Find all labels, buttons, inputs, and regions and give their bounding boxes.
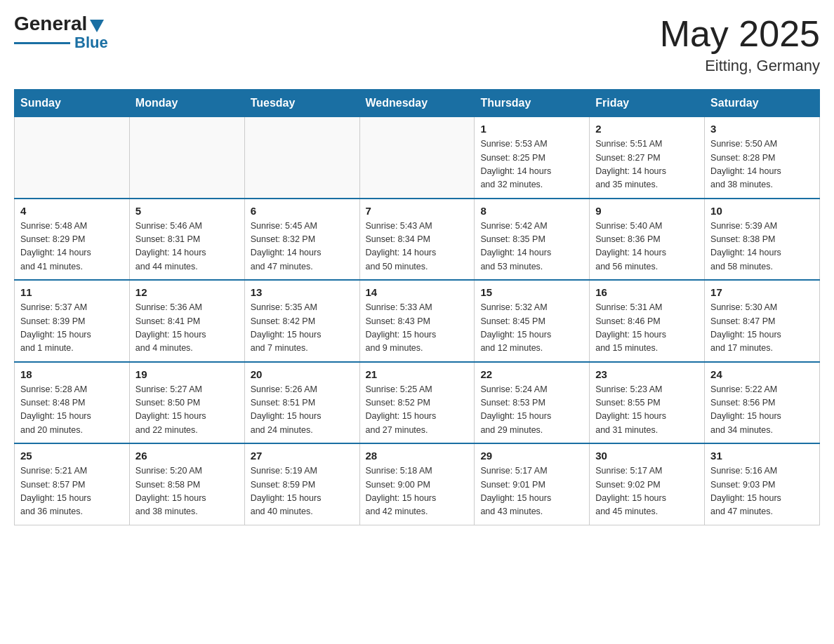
day-number: 20 xyxy=(251,368,354,380)
day-number: 29 xyxy=(480,450,583,462)
day-info: Sunrise: 5:21 AMSunset: 8:57 PMDaylight:… xyxy=(20,464,124,519)
day-number: 24 xyxy=(710,368,814,380)
day-number: 28 xyxy=(366,450,469,462)
logo-general-text: General xyxy=(14,14,87,34)
day-info: Sunrise: 5:23 AMSunset: 8:55 PMDaylight:… xyxy=(595,383,699,438)
calendar-cell: 6Sunrise: 5:45 AMSunset: 8:32 PMDaylight… xyxy=(244,199,359,281)
day-number: 15 xyxy=(480,286,583,298)
calendar-cell: 28Sunrise: 5:18 AMSunset: 9:00 PMDayligh… xyxy=(359,443,475,525)
calendar-week-row: 4Sunrise: 5:48 AMSunset: 8:29 PMDaylight… xyxy=(15,199,820,281)
day-number: 3 xyxy=(710,123,814,135)
day-info: Sunrise: 5:39 AMSunset: 8:38 PMDaylight:… xyxy=(710,220,814,274)
day-number: 25 xyxy=(20,450,124,462)
calendar-cell: 16Sunrise: 5:31 AMSunset: 8:46 PMDayligh… xyxy=(590,280,705,362)
calendar-table: Sunday Monday Tuesday Wednesday Thursday… xyxy=(14,89,820,525)
day-info: Sunrise: 5:26 AMSunset: 8:51 PMDaylight:… xyxy=(251,383,354,438)
calendar-cell: 11Sunrise: 5:37 AMSunset: 8:39 PMDayligh… xyxy=(15,280,130,362)
day-info: Sunrise: 5:33 AMSunset: 8:43 PMDaylight:… xyxy=(366,301,469,356)
logo-blue-text: Blue xyxy=(74,34,108,52)
day-number: 8 xyxy=(480,205,583,217)
calendar-cell: 26Sunrise: 5:20 AMSunset: 8:58 PMDayligh… xyxy=(129,443,244,525)
calendar-cell: 8Sunrise: 5:42 AMSunset: 8:35 PMDaylight… xyxy=(475,199,590,281)
calendar-week-row: 25Sunrise: 5:21 AMSunset: 8:57 PMDayligh… xyxy=(15,443,820,525)
day-info: Sunrise: 5:27 AMSunset: 8:50 PMDaylight:… xyxy=(135,383,239,438)
day-number: 9 xyxy=(595,205,699,217)
day-number: 30 xyxy=(595,450,699,462)
calendar-week-row: 1Sunrise: 5:53 AMSunset: 8:25 PMDaylight… xyxy=(15,117,820,199)
calendar-cell xyxy=(359,117,475,199)
day-number: 14 xyxy=(366,286,469,298)
day-info: Sunrise: 5:20 AMSunset: 8:58 PMDaylight:… xyxy=(135,464,239,519)
day-number: 19 xyxy=(135,368,239,380)
day-number: 31 xyxy=(710,450,814,462)
day-info: Sunrise: 5:28 AMSunset: 8:48 PMDaylight:… xyxy=(20,383,124,438)
page-header: General Blue May 2025 Eitting, Germany xyxy=(14,14,820,75)
day-info: Sunrise: 5:43 AMSunset: 8:34 PMDaylight:… xyxy=(366,220,469,274)
day-number: 23 xyxy=(595,368,699,380)
calendar-cell: 10Sunrise: 5:39 AMSunset: 8:38 PMDayligh… xyxy=(705,199,820,281)
day-number: 17 xyxy=(710,286,814,298)
day-info: Sunrise: 5:48 AMSunset: 8:29 PMDaylight:… xyxy=(20,220,124,274)
calendar-cell: 4Sunrise: 5:48 AMSunset: 8:29 PMDaylight… xyxy=(15,199,130,281)
calendar-cell: 25Sunrise: 5:21 AMSunset: 8:57 PMDayligh… xyxy=(15,443,130,525)
day-number: 2 xyxy=(595,123,699,135)
day-info: Sunrise: 5:50 AMSunset: 8:28 PMDaylight:… xyxy=(710,137,814,192)
calendar-cell xyxy=(129,117,244,199)
day-info: Sunrise: 5:42 AMSunset: 8:35 PMDaylight:… xyxy=(480,220,583,274)
calendar-header-row: Sunday Monday Tuesday Wednesday Thursday… xyxy=(15,90,820,117)
calendar-cell: 9Sunrise: 5:40 AMSunset: 8:36 PMDaylight… xyxy=(590,199,705,281)
day-info: Sunrise: 5:19 AMSunset: 8:59 PMDaylight:… xyxy=(251,464,354,519)
day-info: Sunrise: 5:45 AMSunset: 8:32 PMDaylight:… xyxy=(251,220,354,274)
day-info: Sunrise: 5:53 AMSunset: 8:25 PMDaylight:… xyxy=(480,137,583,192)
calendar-cell: 27Sunrise: 5:19 AMSunset: 8:59 PMDayligh… xyxy=(244,443,359,525)
day-info: Sunrise: 5:32 AMSunset: 8:45 PMDaylight:… xyxy=(480,301,583,356)
day-info: Sunrise: 5:40 AMSunset: 8:36 PMDaylight:… xyxy=(595,220,699,274)
day-number: 6 xyxy=(251,205,354,217)
month-year-title: May 2025 xyxy=(660,14,820,54)
calendar-cell: 20Sunrise: 5:26 AMSunset: 8:51 PMDayligh… xyxy=(244,362,359,444)
calendar-cell: 14Sunrise: 5:33 AMSunset: 8:43 PMDayligh… xyxy=(359,280,475,362)
calendar-cell: 23Sunrise: 5:23 AMSunset: 8:55 PMDayligh… xyxy=(590,362,705,444)
day-info: Sunrise: 5:31 AMSunset: 8:46 PMDaylight:… xyxy=(595,301,699,356)
calendar-cell: 7Sunrise: 5:43 AMSunset: 8:34 PMDaylight… xyxy=(359,199,475,281)
calendar-cell: 18Sunrise: 5:28 AMSunset: 8:48 PMDayligh… xyxy=(15,362,130,444)
col-friday: Friday xyxy=(590,90,705,117)
day-number: 22 xyxy=(480,368,583,380)
day-number: 11 xyxy=(20,286,124,298)
logo: General Blue xyxy=(14,14,108,52)
col-monday: Monday xyxy=(129,90,244,117)
day-number: 7 xyxy=(366,205,469,217)
calendar-cell: 5Sunrise: 5:46 AMSunset: 8:31 PMDaylight… xyxy=(129,199,244,281)
day-info: Sunrise: 5:16 AMSunset: 9:03 PMDaylight:… xyxy=(710,464,814,519)
day-number: 16 xyxy=(595,286,699,298)
day-number: 10 xyxy=(710,205,814,217)
day-number: 13 xyxy=(251,286,354,298)
calendar-cell: 29Sunrise: 5:17 AMSunset: 9:01 PMDayligh… xyxy=(475,443,590,525)
calendar-cell: 2Sunrise: 5:51 AMSunset: 8:27 PMDaylight… xyxy=(590,117,705,199)
calendar-cell: 1Sunrise: 5:53 AMSunset: 8:25 PMDaylight… xyxy=(475,117,590,199)
col-sunday: Sunday xyxy=(15,90,130,117)
calendar-week-row: 11Sunrise: 5:37 AMSunset: 8:39 PMDayligh… xyxy=(15,280,820,362)
day-number: 1 xyxy=(480,123,583,135)
calendar-cell: 22Sunrise: 5:24 AMSunset: 8:53 PMDayligh… xyxy=(475,362,590,444)
calendar-cell: 30Sunrise: 5:17 AMSunset: 9:02 PMDayligh… xyxy=(590,443,705,525)
day-number: 12 xyxy=(135,286,239,298)
day-number: 21 xyxy=(366,368,469,380)
day-info: Sunrise: 5:35 AMSunset: 8:42 PMDaylight:… xyxy=(251,301,354,356)
day-info: Sunrise: 5:46 AMSunset: 8:31 PMDaylight:… xyxy=(135,220,239,274)
calendar-cell: 17Sunrise: 5:30 AMSunset: 8:47 PMDayligh… xyxy=(705,280,820,362)
day-number: 4 xyxy=(20,205,124,217)
calendar-cell: 13Sunrise: 5:35 AMSunset: 8:42 PMDayligh… xyxy=(244,280,359,362)
day-info: Sunrise: 5:17 AMSunset: 9:02 PMDaylight:… xyxy=(595,464,699,519)
day-info: Sunrise: 5:18 AMSunset: 9:00 PMDaylight:… xyxy=(366,464,469,519)
calendar-cell: 21Sunrise: 5:25 AMSunset: 8:52 PMDayligh… xyxy=(359,362,475,444)
location-subtitle: Eitting, Germany xyxy=(660,57,820,75)
calendar-cell: 31Sunrise: 5:16 AMSunset: 9:03 PMDayligh… xyxy=(705,443,820,525)
calendar-cell: 24Sunrise: 5:22 AMSunset: 8:56 PMDayligh… xyxy=(705,362,820,444)
calendar-cell: 3Sunrise: 5:50 AMSunset: 8:28 PMDaylight… xyxy=(705,117,820,199)
calendar-cell xyxy=(244,117,359,199)
day-number: 5 xyxy=(135,205,239,217)
calendar-cell xyxy=(15,117,130,199)
calendar-cell: 12Sunrise: 5:36 AMSunset: 8:41 PMDayligh… xyxy=(129,280,244,362)
day-info: Sunrise: 5:24 AMSunset: 8:53 PMDaylight:… xyxy=(480,383,583,438)
